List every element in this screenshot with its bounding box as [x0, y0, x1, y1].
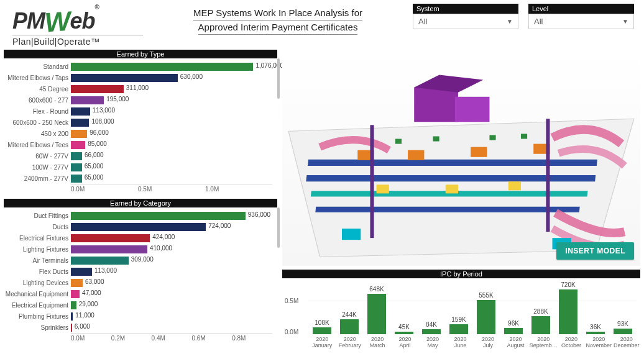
model-3d-view[interactable]: INSERT MODEL — [282, 50, 640, 266]
svg-rect-9 — [315, 207, 579, 212]
brand-tagline: Plan|Build|Operate™ — [12, 35, 143, 47]
svg-rect-7 — [306, 175, 596, 181]
svg-rect-11 — [408, 150, 424, 160]
svg-rect-16 — [508, 181, 521, 190]
bar-row[interactable]: Air Terminals 309,000 — [4, 255, 272, 266]
filter-level-label: Level — [528, 4, 634, 14]
bar-row[interactable]: Flex Ducts 113,000 — [4, 266, 272, 277]
bar-col[interactable]: 36K — [582, 324, 609, 334]
scrollbar[interactable] — [277, 58, 280, 99]
bar-row[interactable]: Ducts 724,000 — [4, 221, 272, 232]
bar-row[interactable]: Mechanical Equipment 47,000 — [4, 288, 272, 299]
bar-row[interactable]: 450 x 200 96,000 — [4, 128, 272, 139]
filter-level-value: All — [534, 17, 543, 26]
chevron-down-icon: ▼ — [507, 18, 513, 25]
bar-col[interactable]: 288K — [527, 308, 554, 334]
bar-row[interactable]: Standard 1,076,000 — [4, 61, 272, 72]
svg-rect-23 — [489, 135, 495, 140]
svg-rect-12 — [471, 147, 487, 157]
svg-rect-15 — [446, 184, 458, 193]
chevron-down-icon: ▼ — [622, 18, 628, 25]
scrollbar[interactable] — [277, 207, 280, 248]
bar-row[interactable]: Duct Fittings 936,000 — [4, 210, 272, 221]
chart-ipc-by-period[interactable]: 0.0M 0.5M 108K 244K 648K 45K 84K 159K 55… — [282, 278, 640, 334]
bar-row[interactable]: Flex - Round 113,000 — [4, 106, 272, 117]
bar-row[interactable]: 600x600 - 277 195,000 — [4, 94, 272, 106]
bar-col[interactable]: 720K — [554, 281, 582, 334]
filter-level[interactable]: Level All ▼ — [528, 4, 634, 29]
svg-rect-24 — [521, 134, 527, 139]
svg-rect-6 — [308, 160, 597, 166]
bar-row[interactable]: Lighting Fixtures 410,000 — [4, 243, 272, 255]
brand-eb: eb — [70, 8, 95, 34]
bar-col[interactable]: 648K — [363, 286, 390, 334]
svg-rect-17 — [342, 229, 361, 240]
svg-rect-19 — [370, 125, 374, 238]
bar-row[interactable]: 45 Degree 311,000 — [4, 83, 272, 94]
svg-rect-21 — [395, 139, 402, 143]
svg-rect-14 — [377, 184, 389, 193]
filter-system[interactable]: System All ▼ — [413, 4, 518, 29]
bar-row[interactable]: Lighting Devices 63,000 — [4, 277, 272, 288]
panel-title-ipc: IPC by Period — [282, 270, 640, 278]
page-title: MEP Systems Work In Place Analysis for A… — [143, 4, 413, 35]
bar-row[interactable]: Mitered Elbows / Taps 630,000 — [4, 72, 272, 83]
svg-rect-20 — [546, 119, 550, 232]
bar-row[interactable]: Mitered Elbows / Tees 85,000 — [4, 139, 272, 150]
filter-system-value: All — [418, 17, 427, 26]
bar-row[interactable]: Plumbing Fixtures 11,000 — [4, 311, 272, 322]
brand-w: W — [44, 6, 71, 39]
bar-col[interactable]: 244K — [336, 311, 363, 334]
bar-row[interactable]: Electrical Equipment 29,000 — [4, 299, 272, 311]
svg-rect-4 — [455, 97, 490, 122]
bar-row[interactable]: 600x600 - 250 Neck 108,000 — [4, 117, 272, 128]
bar-col[interactable]: 84K — [418, 321, 445, 334]
bar-col[interactable]: 555K — [472, 292, 500, 335]
brand-reg: ® — [95, 4, 99, 11]
brand-pm: PM — [12, 8, 45, 34]
bar-col[interactable]: 108K — [308, 319, 336, 334]
bar-col[interactable]: 93K — [609, 321, 637, 334]
chart-earned-by-category[interactable]: Duct Fittings 936,000 Ducts 724,000 Elec… — [4, 207, 277, 343]
filter-system-label: System — [413, 4, 518, 14]
svg-rect-3 — [414, 88, 458, 122]
brand-logo: PMWeb® Plan|Build|Operate™ — [12, 4, 143, 47]
panel-title-earned-category: Earned by Category — [4, 199, 277, 207]
bar-col[interactable]: 159K — [445, 316, 472, 334]
bar-row[interactable]: Sprinklers 6,000 — [4, 322, 272, 333]
bar-row[interactable]: 100W - 277V 65,000 — [4, 162, 272, 173]
svg-rect-22 — [433, 136, 439, 141]
insert-model-button[interactable]: INSERT MODEL — [556, 242, 634, 260]
bar-col[interactable]: 96K — [500, 320, 527, 334]
bar-row[interactable]: 2400mm - 277V 65,000 — [4, 173, 272, 184]
bar-row[interactable]: Electrical Fixtures 424,000 — [4, 232, 272, 243]
chart-earned-by-type[interactable]: Standard 1,076,000 Mitered Elbows / Taps… — [4, 58, 277, 194]
bar-row[interactable]: 60W - 277V 66,000 — [4, 150, 272, 162]
bar-col[interactable]: 45K — [390, 324, 418, 335]
panel-title-earned-type: Earned by Type — [4, 50, 277, 58]
